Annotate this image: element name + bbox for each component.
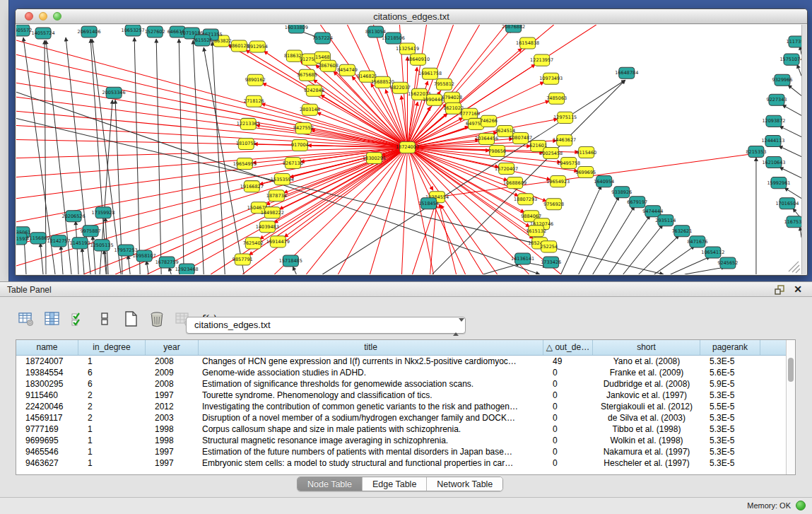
graph-node-label: 16961758 bbox=[418, 71, 442, 76]
table-row[interactable]: 946554611997Estimation of the future num… bbox=[16, 446, 795, 457]
table-row[interactable]: 977716911998Corpus callosum shape and si… bbox=[16, 424, 795, 435]
rows-icon[interactable] bbox=[95, 310, 114, 328]
table-cell: 6 bbox=[78, 367, 146, 378]
graph-node-label: 15353594 bbox=[271, 177, 294, 182]
graph-edge bbox=[779, 146, 801, 156]
tab-edge-table[interactable]: Edge Table bbox=[363, 477, 427, 491]
graph-node-label: 9146821 bbox=[357, 74, 377, 79]
table-cell: 18300295 bbox=[16, 378, 78, 390]
scrollbar-thumb[interactable] bbox=[788, 358, 794, 382]
table-mode-tabs: Node TableEdge TableNetwork Table bbox=[297, 477, 503, 491]
graph-node-label: 15688520 bbox=[371, 79, 394, 85]
graph-node-label: 14463627 bbox=[553, 137, 576, 143]
graph-edge bbox=[370, 147, 407, 274]
graph-node-label: 17016504 bbox=[775, 201, 799, 206]
table-cell: 14569117 bbox=[16, 412, 78, 424]
table-cell: Estimation of significance thresholds fo… bbox=[199, 378, 543, 390]
table-cell: 2 bbox=[78, 390, 146, 401]
graph-node-label: 2803144 bbox=[300, 107, 320, 112]
table-cell: 0 bbox=[543, 457, 593, 469]
table-cell: 18724007 bbox=[16, 356, 78, 367]
graph-node-label: 16154838 bbox=[516, 40, 539, 46]
memory-status-label: Memory: OK bbox=[747, 501, 791, 510]
graph-node-label: 1810755 bbox=[236, 141, 257, 146]
row-select-icon[interactable] bbox=[69, 310, 88, 328]
tab-node-table[interactable]: Node Table bbox=[298, 477, 363, 491]
table-cell: 1 bbox=[78, 356, 146, 367]
table-cell: Jankovic et al. (1997) bbox=[593, 390, 700, 401]
table-settings-icon[interactable] bbox=[17, 310, 35, 328]
new-file-icon[interactable] bbox=[122, 310, 140, 328]
graph-edge bbox=[440, 204, 457, 274]
table-cell: Estimation of the future numbers of pati… bbox=[199, 446, 543, 457]
graph-edge bbox=[779, 168, 801, 178]
graph-edge bbox=[16, 111, 407, 147]
graph-edge bbox=[623, 225, 663, 274]
close-panel-icon[interactable]: ✕ bbox=[792, 284, 804, 295]
table-row[interactable]: 1830029562008Estimation of significance … bbox=[16, 378, 795, 390]
table-cell: 0 bbox=[543, 367, 593, 378]
table-cell: 0 bbox=[543, 435, 593, 446]
table-cell: 5.3E-5 bbox=[700, 424, 760, 435]
graph-node-label: 10688609 bbox=[503, 180, 526, 186]
graph-edge bbox=[134, 37, 140, 274]
column-header-name[interactable]: name bbox=[16, 340, 78, 355]
table-row[interactable]: 969969511998Structural magnetic resonanc… bbox=[16, 435, 795, 446]
graph-node-label: 15468 bbox=[315, 54, 330, 60]
table-row[interactable]: 1872400712008Changes of HCN gene express… bbox=[16, 356, 795, 367]
column-header-year[interactable]: year bbox=[146, 340, 199, 355]
column-header-pagerank[interactable]: pagerank bbox=[700, 340, 760, 355]
graph-node-label: 12213957 bbox=[530, 57, 553, 63]
graph-node-label: 8267130 bbox=[283, 160, 303, 166]
graph-node-label: 1640954 bbox=[594, 179, 614, 185]
graph-node-label: 7485063 bbox=[546, 95, 567, 101]
graph-node-label: 9890162 bbox=[245, 77, 266, 83]
table-cell: Hescheler et al. (1997) bbox=[593, 457, 700, 469]
graph-edge bbox=[128, 255, 130, 274]
table-row[interactable]: 2242004622012Investigating the contribut… bbox=[16, 401, 795, 412]
graph-node-label: 14039483 bbox=[256, 224, 279, 230]
table-row[interactable]: 911546021997Tourette syndrome. Phenomeno… bbox=[16, 390, 795, 401]
table-row[interactable]: 946362711997Embryonic stem cells: a mode… bbox=[16, 457, 795, 469]
column-header-in_degree[interactable]: in_degree bbox=[78, 340, 146, 355]
network-view-canvas[interactable]: 1872400789129549890162271812612213363181… bbox=[16, 25, 801, 274]
table-cell: 1 bbox=[78, 446, 146, 457]
table-row[interactable]: 1938455462009Genome-wide association stu… bbox=[16, 367, 795, 378]
graph-node-label: 19495758 bbox=[557, 160, 580, 166]
table-panel-titlebar[interactable]: Table Panel ✕ bbox=[0, 281, 812, 297]
graph-edge bbox=[685, 267, 725, 274]
select-columns-icon[interactable] bbox=[43, 310, 61, 328]
column-header-short[interactable]: short bbox=[593, 340, 700, 355]
graph-node-label: 10807487 bbox=[509, 135, 532, 141]
graph-edge bbox=[437, 154, 753, 197]
memory-status-icon[interactable] bbox=[796, 501, 806, 510]
table-cell: 0 bbox=[543, 446, 593, 457]
float-panel-icon[interactable] bbox=[774, 284, 785, 296]
table-cell: 2008 bbox=[146, 378, 199, 390]
table-select-dropdown[interactable]: citations_edges.txt bbox=[186, 317, 466, 334]
graph-edge bbox=[256, 125, 407, 147]
table-panel-body: f(x) citations_edges.txt namein_degreeye… bbox=[0, 297, 812, 497]
graph-node-label: 19166827 bbox=[240, 184, 264, 189]
tab-network-table[interactable]: Network Table bbox=[427, 477, 502, 491]
graph-edge bbox=[639, 235, 679, 274]
graph-node-label: 8215353 bbox=[746, 149, 766, 155]
table-vertical-scrollbar[interactable] bbox=[786, 340, 795, 474]
graph-node-label: 20206526 bbox=[62, 214, 86, 219]
graph-node-label: 2867608 bbox=[318, 63, 339, 69]
resize-grip-icon[interactable] bbox=[789, 262, 800, 273]
table-cell: 5.3E-5 bbox=[700, 457, 760, 469]
column-header-out_de[interactable]: △ out_de… bbox=[543, 340, 593, 355]
graph-node-label: 6822037 bbox=[390, 85, 411, 90]
column-header-title[interactable]: title bbox=[199, 340, 543, 355]
delete-icon[interactable] bbox=[148, 310, 166, 328]
graph-edge bbox=[82, 248, 84, 274]
graph-node-label: 2935114 bbox=[655, 218, 676, 223]
graph-edge bbox=[156, 39, 161, 274]
citation-network-graph: 1872400789129549890162271812612213363181… bbox=[16, 25, 801, 274]
graph-node-label: 16914479 bbox=[266, 239, 290, 245]
network-window-titlebar[interactable]: citations_edges.txt bbox=[16, 9, 807, 24]
graph-node-label: 15720407 bbox=[495, 166, 518, 172]
table-row[interactable]: 1456911722003Disruption of a novel membe… bbox=[16, 412, 795, 424]
table-cell: 1997 bbox=[146, 457, 199, 469]
